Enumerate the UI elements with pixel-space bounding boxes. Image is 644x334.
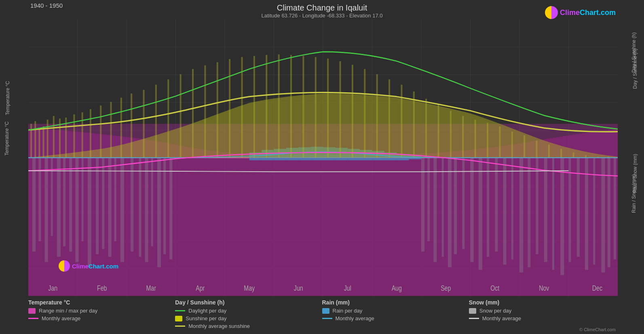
svg-rect-73 — [519, 158, 523, 273]
svg-rect-101 — [143, 90, 145, 158]
svg-rect-55 — [145, 158, 148, 262]
svg-rect-57 — [157, 158, 161, 268]
svg-text:Jan: Jan — [48, 284, 57, 292]
legend-swatch-temp-range — [28, 308, 36, 314]
legend-title-snow: Snow (mm) — [469, 299, 616, 306]
svg-rect-61 — [427, 158, 430, 241]
svg-rect-79 — [569, 158, 571, 262]
svg-rect-65 — [454, 158, 457, 254]
svg-rect-108 — [229, 59, 230, 158]
svg-rect-126 — [450, 111, 452, 158]
svg-rect-45 — [75, 158, 78, 262]
svg-rect-44 — [69, 158, 72, 252]
svg-rect-62 — [433, 158, 437, 262]
svg-rect-89 — [42, 126, 44, 157]
svg-rect-85 — [614, 158, 616, 260]
svg-rect-67 — [471, 158, 474, 262]
svg-rect-127 — [462, 116, 464, 157]
svg-rect-134 — [548, 145, 550, 157]
svg-rect-76 — [544, 158, 547, 262]
left-temp-axis-label: Temperature °C — [5, 81, 11, 115]
svg-rect-74 — [528, 158, 530, 268]
svg-rect-135 — [560, 149, 562, 158]
svg-text:May: May — [244, 284, 255, 292]
legend-item-temp-avg: Monthly average — [28, 315, 175, 321]
svg-rect-125 — [438, 104, 439, 157]
logo-bottom-left: ClimeChart.com — [59, 260, 118, 272]
svg-rect-46 — [82, 158, 84, 241]
svg-text:Nov: Nov — [539, 284, 549, 292]
logo-chart-bottom: Chart.com — [89, 263, 118, 270]
svg-rect-40 — [45, 158, 48, 262]
logo-top-right: ClimeChart.com — [545, 6, 616, 19]
legend-swatch-rain-avg — [322, 318, 332, 319]
left-axis-label: Temperature °C — [4, 121, 10, 155]
svg-rect-136 — [573, 153, 574, 158]
svg-rect-88 — [38, 129, 40, 158]
svg-rect-97 — [100, 106, 101, 158]
logo-clime-bottom: Clime — [72, 263, 89, 270]
legend-title-rain: Rain (mm) — [322, 299, 469, 306]
svg-rect-78 — [560, 158, 564, 275]
legend-label-temp-range: Range min / max per day — [39, 308, 97, 314]
logo-chart-top: Chart.com — [580, 9, 616, 17]
svg-rect-54 — [139, 158, 141, 257]
legend-item-rain-avg: Monthly average — [322, 315, 469, 321]
svg-rect-48 — [96, 158, 99, 254]
svg-rect-132 — [524, 135, 525, 157]
legend-label-daylight: Daylight per day — [188, 308, 226, 314]
logo-text-top: ClimeChart.com — [560, 9, 616, 17]
svg-rect-99 — [120, 98, 122, 157]
legend-label-rain: Rain per day — [333, 308, 363, 314]
svg-rect-71 — [503, 158, 507, 265]
legend-label-snow-avg: Monthly average — [482, 315, 521, 321]
chart-container: Jan Feb Mar Apr May Jun Jul Aug Sep Oct … — [28, 19, 618, 296]
legend-group-snow: Snow (mm) Snow per day Monthly average — [469, 299, 616, 331]
svg-rect-38 — [32, 158, 36, 252]
svg-rect-116 — [327, 59, 329, 158]
svg-rect-59 — [169, 158, 172, 260]
svg-rect-107 — [217, 62, 218, 158]
svg-rect-121 — [389, 79, 390, 157]
legend-item-daylight: Daylight per day — [175, 308, 322, 314]
legend-item-snow-per-day: Snow per day — [469, 308, 616, 314]
svg-rect-51 — [114, 158, 116, 241]
svg-rect-72 — [511, 158, 513, 260]
svg-rect-119 — [364, 69, 365, 157]
legend-item-sunshine-avg: Monthly average sunshine — [175, 323, 322, 329]
svg-rect-100 — [131, 94, 132, 158]
svg-rect-50 — [108, 158, 111, 257]
svg-rect-63 — [442, 158, 444, 257]
svg-rect-82 — [593, 158, 595, 265]
legend-label-sunshine: Sunshine per day — [186, 315, 226, 321]
svg-rect-96 — [90, 109, 91, 158]
svg-text:Dec: Dec — [592, 284, 602, 292]
legend-title-temp: Temperature °C — [28, 299, 175, 306]
svg-text:Apr: Apr — [196, 284, 205, 292]
svg-rect-69 — [487, 158, 489, 257]
svg-rect-91 — [53, 116, 55, 157]
svg-rect-105 — [192, 69, 194, 157]
legend-swatch-temp-avg — [28, 318, 38, 319]
svg-text:Jun: Jun — [294, 284, 303, 292]
svg-rect-110 — [253, 56, 255, 157]
legend-swatch-sunshine — [175, 316, 182, 321]
svg-rect-68 — [479, 158, 482, 270]
svg-text:Jul: Jul — [344, 284, 351, 292]
legend-swatch-daylight — [175, 310, 185, 311]
svg-rect-124 — [425, 99, 427, 158]
svg-rect-114 — [302, 56, 304, 157]
svg-rect-58 — [163, 158, 166, 254]
legend-swatch-snow-avg — [469, 318, 479, 319]
svg-rect-64 — [448, 158, 452, 268]
logo-circle-top — [545, 6, 558, 19]
copyright: © ClimeChart.com — [579, 327, 616, 332]
right-top-axis-label: Day / Sunshine (h) — [631, 32, 637, 72]
legend-item-sunshine: Sunshine per day — [175, 315, 322, 321]
legend-area: Temperature °C Range min / max per day M… — [0, 296, 644, 334]
svg-rect-53 — [131, 158, 133, 252]
legend-swatch-sunshine-avg — [175, 325, 185, 327]
svg-rect-113 — [290, 55, 292, 158]
legend-item-temp-range: Range min / max per day — [28, 308, 175, 314]
svg-text:Sep: Sep — [441, 284, 451, 292]
